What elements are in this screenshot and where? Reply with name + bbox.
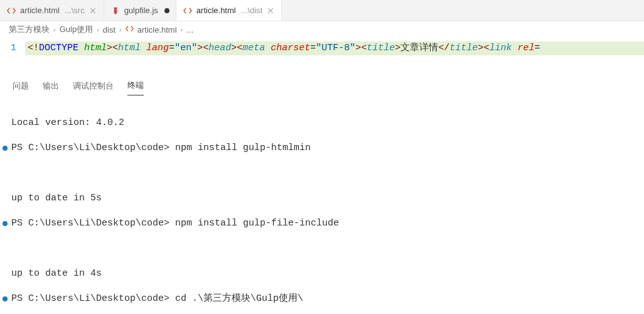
tab-article-src[interactable]: article.html ...\src (0, 0, 104, 21)
tab-gulpfile[interactable]: gulpfile.js (104, 0, 176, 21)
html-icon (6, 6, 16, 16)
tab-subpath: ...\dist (241, 6, 263, 15)
panel-tab-terminal[interactable]: 终端 (127, 80, 144, 95)
breadcrumb-file[interactable]: article.html (137, 25, 177, 35)
breadcrumb-tail[interactable]: ... (186, 25, 193, 35)
chevron-right-icon: › (119, 26, 122, 33)
prompt: PS C:\Users\Li\Desktop\code> (11, 293, 169, 305)
gulp-icon (110, 6, 121, 16)
cmd: npm install gulp-file-include (169, 217, 339, 230)
code-line[interactable]: <!DOCTYPE html><html lang="en"><head><me… (25, 41, 644, 55)
panel-tab-problems[interactable]: 问题 (13, 80, 29, 95)
chevron-right-icon: › (53, 26, 56, 33)
tab-label: article.html (196, 6, 236, 15)
bullet-icon (3, 146, 8, 151)
breadcrumb: 第三方模块 › Gulp使用 › dist › article.html › .… (0, 21, 644, 38)
cmd: cd .\第三方模块\Gulp使用\ (169, 293, 303, 305)
chevron-right-icon: › (97, 26, 99, 33)
cmd: npm install gulp-htmlmin (169, 142, 311, 154)
tab-article-dist[interactable]: article.html ...\dist (176, 0, 282, 21)
chevron-right-icon: › (181, 26, 183, 33)
panel-tab-debug[interactable]: 调试控制台 (73, 80, 114, 95)
close-icon[interactable] (266, 6, 275, 15)
breadcrumb-part[interactable]: Gulp使用 (60, 24, 93, 35)
panel-tab-output[interactable]: 输出 (43, 80, 59, 95)
breadcrumb-part[interactable]: 第三方模块 (9, 24, 50, 35)
editor-area[interactable]: 1 <!DOCTYPE html><html lang="en"><head><… (0, 38, 644, 60)
bullet-icon (3, 296, 8, 301)
panel-tabs: 问题 输出 调试控制台 终端 (0, 76, 644, 95)
terminal-text: Local version: 4.0.2 (11, 117, 124, 129)
terminal-text: up to date in 5s (11, 192, 102, 205)
html-icon (183, 6, 193, 16)
line-number: 1 (0, 41, 25, 55)
tab-label: gulpfile.js (124, 6, 158, 15)
html-icon (126, 24, 134, 35)
breadcrumb-part[interactable]: dist (103, 25, 115, 35)
close-icon[interactable] (89, 6, 97, 15)
editor-panel-separator (0, 60, 644, 76)
prompt: PS C:\Users\Li\Desktop\code> (11, 217, 169, 230)
dirty-indicator-icon (164, 8, 169, 13)
terminal[interactable]: Local version: 4.0.2 PS C:\Users\Li\Desk… (0, 95, 644, 314)
tab-subpath: ...\src (65, 6, 85, 15)
terminal-text: up to date in 4s (11, 268, 102, 280)
prompt: PS C:\Users\Li\Desktop\code> (11, 142, 169, 154)
bullet-icon (3, 221, 8, 226)
tab-label: article.html (20, 6, 60, 15)
editor-tabs: article.html ...\src gulpfile.js article… (0, 0, 644, 21)
